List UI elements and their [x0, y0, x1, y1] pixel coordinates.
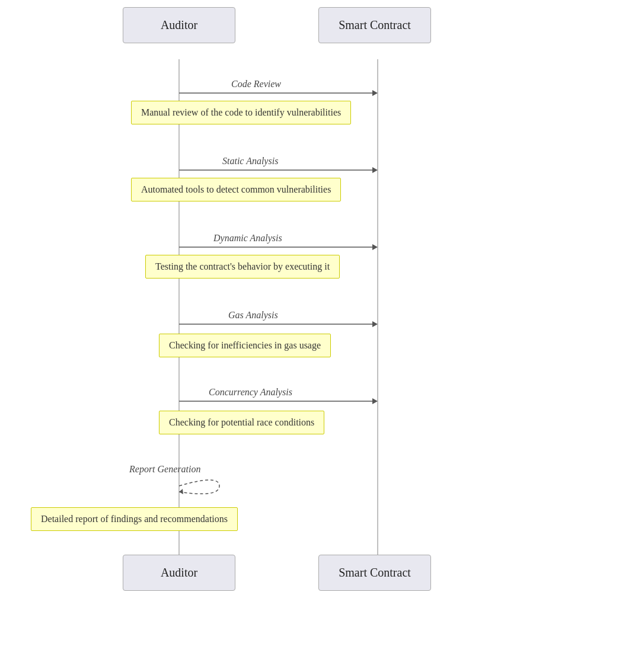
gas-analysis-label: Gas Analysis: [228, 310, 278, 321]
svg-marker-12: [179, 489, 183, 494]
note-code-review: Manual review of the code to identify vu…: [131, 101, 351, 124]
report-generation-label: Report Generation: [129, 464, 200, 475]
note-gas-analysis: Checking for inefficiencies in gas usage: [159, 334, 331, 357]
static-analysis-label: Static Analysis: [222, 156, 278, 167]
concurrency-analysis-label: Concurrency Analysis: [209, 387, 292, 398]
svg-marker-9: [372, 321, 378, 327]
svg-marker-5: [372, 167, 378, 173]
svg-marker-7: [372, 244, 378, 250]
smart-contract-bottom-box: Smart Contract: [318, 555, 431, 591]
note-static-analysis: Automated tools to detect common vulnera…: [131, 178, 341, 201]
auditor-bottom-box: Auditor: [123, 555, 235, 591]
smart-contract-top-box: Smart Contract: [318, 7, 431, 43]
dynamic-analysis-label: Dynamic Analysis: [213, 233, 282, 244]
note-dynamic-analysis: Testing the contract's behavior by execu…: [145, 255, 340, 279]
note-report: Detailed report of findings and recommen…: [31, 507, 238, 531]
auditor-top-box: Auditor: [123, 7, 235, 43]
sequence-diagram: Auditor Smart Contract Code Review Stati…: [0, 0, 619, 672]
svg-marker-11: [372, 398, 378, 404]
note-concurrency: Checking for potential race conditions: [159, 411, 324, 434]
svg-marker-3: [372, 90, 378, 96]
code-review-label: Code Review: [231, 79, 281, 89]
